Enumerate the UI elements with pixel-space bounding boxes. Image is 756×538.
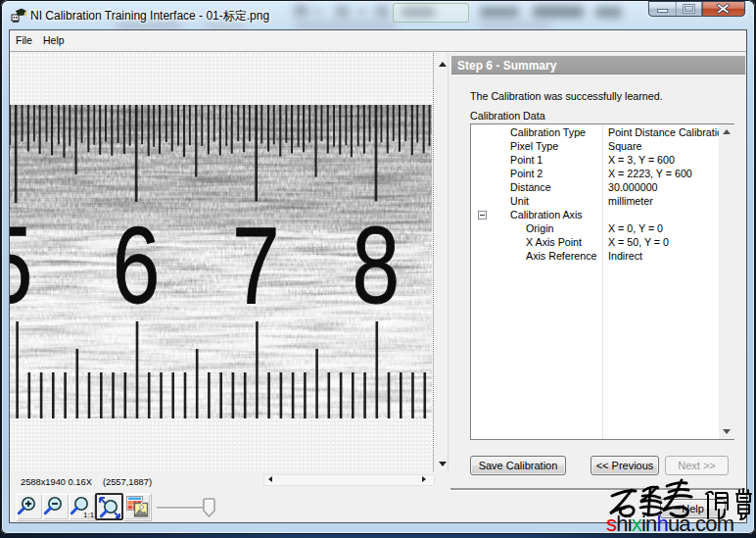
- svg-text:5: 5: [10, 204, 32, 326]
- svg-text:6: 6: [113, 204, 161, 326]
- svg-text:1:1: 1:1: [83, 511, 95, 519]
- svg-text:8: 8: [353, 204, 401, 326]
- svg-text:7: 7: [232, 204, 280, 326]
